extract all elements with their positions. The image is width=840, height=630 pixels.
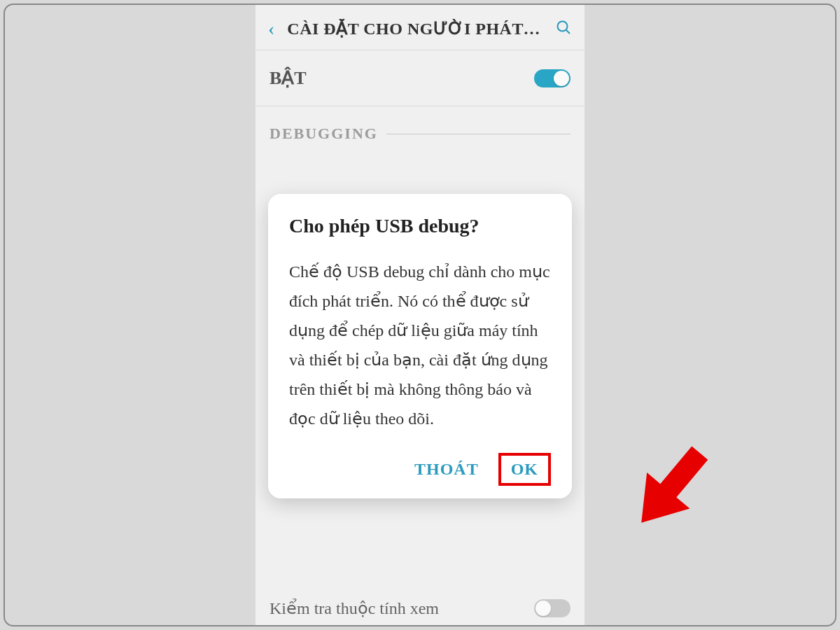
dialog-actions: THOÁT OK bbox=[289, 453, 551, 486]
svg-marker-2 bbox=[620, 435, 722, 540]
usb-debug-dialog: Cho phép USB debug? Chế độ USB debug chỉ… bbox=[268, 194, 572, 498]
dialog-title: Cho phép USB debug? bbox=[289, 215, 551, 237]
ok-button[interactable]: OK bbox=[498, 453, 551, 486]
annotation-arrow-icon bbox=[611, 428, 730, 547]
tutorial-frame: ‹ CÀI ĐẶT CHO NGƯỜI PHÁT TR… BẬT DEBUGGI… bbox=[4, 4, 836, 626]
cancel-button[interactable]: THOÁT bbox=[402, 453, 491, 486]
dialog-body: Chế độ USB debug chỉ dành cho mục đích p… bbox=[289, 257, 551, 433]
phone-screen: ‹ CÀI ĐẶT CHO NGƯỜI PHÁT TR… BẬT DEBUGGI… bbox=[255, 5, 584, 625]
